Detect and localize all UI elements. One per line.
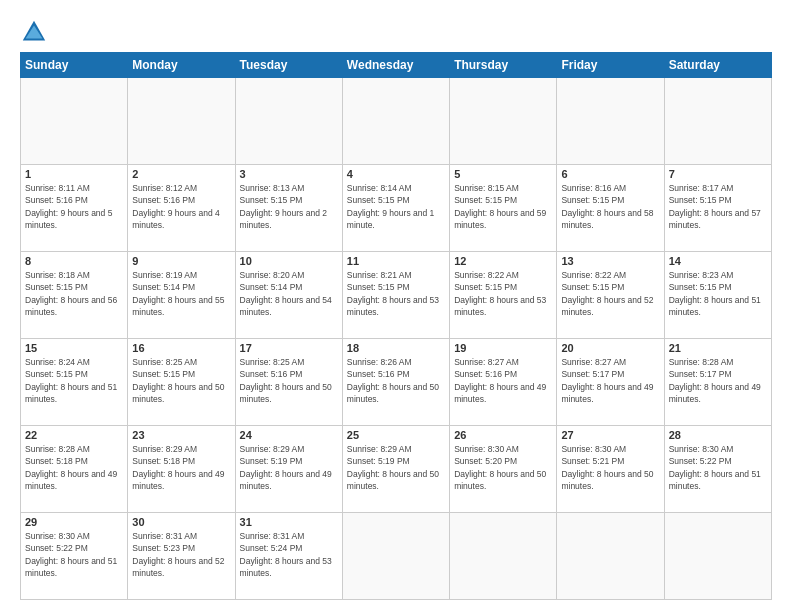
- week-row-4: 22Sunrise: 8:28 AMSunset: 5:18 PMDayligh…: [21, 426, 772, 513]
- calendar-cell: 13Sunrise: 8:22 AMSunset: 5:15 PMDayligh…: [557, 252, 664, 339]
- calendar-cell: 7Sunrise: 8:17 AMSunset: 5:15 PMDaylight…: [664, 165, 771, 252]
- calendar-cell: [342, 78, 449, 165]
- day-number: 13: [561, 255, 659, 267]
- day-info: Sunrise: 8:29 AMSunset: 5:18 PMDaylight:…: [132, 443, 230, 492]
- calendar-cell: 22Sunrise: 8:28 AMSunset: 5:18 PMDayligh…: [21, 426, 128, 513]
- day-info: Sunrise: 8:24 AMSunset: 5:15 PMDaylight:…: [25, 356, 123, 405]
- day-number: 11: [347, 255, 445, 267]
- day-info: Sunrise: 8:25 AMSunset: 5:15 PMDaylight:…: [132, 356, 230, 405]
- day-number: 22: [25, 429, 123, 441]
- day-number: 4: [347, 168, 445, 180]
- day-info: Sunrise: 8:31 AMSunset: 5:24 PMDaylight:…: [240, 530, 338, 579]
- calendar-cell: 2Sunrise: 8:12 AMSunset: 5:16 PMDaylight…: [128, 165, 235, 252]
- calendar-cell: [664, 78, 771, 165]
- day-number: 26: [454, 429, 552, 441]
- calendar-table: SundayMondayTuesdayWednesdayThursdayFrid…: [20, 52, 772, 600]
- calendar-cell: [342, 513, 449, 600]
- day-info: Sunrise: 8:15 AMSunset: 5:15 PMDaylight:…: [454, 182, 552, 231]
- day-info: Sunrise: 8:30 AMSunset: 5:22 PMDaylight:…: [25, 530, 123, 579]
- calendar-cell: 18Sunrise: 8:26 AMSunset: 5:16 PMDayligh…: [342, 339, 449, 426]
- weekday-friday: Friday: [557, 53, 664, 78]
- calendar-cell: [557, 78, 664, 165]
- day-number: 17: [240, 342, 338, 354]
- logo-icon: [20, 18, 48, 46]
- day-info: Sunrise: 8:28 AMSunset: 5:17 PMDaylight:…: [669, 356, 767, 405]
- day-info: Sunrise: 8:14 AMSunset: 5:15 PMDaylight:…: [347, 182, 445, 231]
- week-row-1: 1Sunrise: 8:11 AMSunset: 5:16 PMDaylight…: [21, 165, 772, 252]
- day-number: 10: [240, 255, 338, 267]
- weekday-thursday: Thursday: [450, 53, 557, 78]
- weekday-monday: Monday: [128, 53, 235, 78]
- calendar-cell: 21Sunrise: 8:28 AMSunset: 5:17 PMDayligh…: [664, 339, 771, 426]
- weekday-sunday: Sunday: [21, 53, 128, 78]
- day-info: Sunrise: 8:26 AMSunset: 5:16 PMDaylight:…: [347, 356, 445, 405]
- day-info: Sunrise: 8:27 AMSunset: 5:17 PMDaylight:…: [561, 356, 659, 405]
- week-row-5: 29Sunrise: 8:30 AMSunset: 5:22 PMDayligh…: [21, 513, 772, 600]
- calendar-cell: 11Sunrise: 8:21 AMSunset: 5:15 PMDayligh…: [342, 252, 449, 339]
- day-number: 6: [561, 168, 659, 180]
- calendar-cell: 27Sunrise: 8:30 AMSunset: 5:21 PMDayligh…: [557, 426, 664, 513]
- calendar-cell: 8Sunrise: 8:18 AMSunset: 5:15 PMDaylight…: [21, 252, 128, 339]
- weekday-header-row: SundayMondayTuesdayWednesdayThursdayFrid…: [21, 53, 772, 78]
- day-number: 28: [669, 429, 767, 441]
- day-info: Sunrise: 8:30 AMSunset: 5:22 PMDaylight:…: [669, 443, 767, 492]
- day-info: Sunrise: 8:22 AMSunset: 5:15 PMDaylight:…: [561, 269, 659, 318]
- weekday-wednesday: Wednesday: [342, 53, 449, 78]
- calendar-cell: 5Sunrise: 8:15 AMSunset: 5:15 PMDaylight…: [450, 165, 557, 252]
- day-info: Sunrise: 8:30 AMSunset: 5:20 PMDaylight:…: [454, 443, 552, 492]
- day-number: 20: [561, 342, 659, 354]
- day-number: 2: [132, 168, 230, 180]
- day-info: Sunrise: 8:22 AMSunset: 5:15 PMDaylight:…: [454, 269, 552, 318]
- day-info: Sunrise: 8:19 AMSunset: 5:14 PMDaylight:…: [132, 269, 230, 318]
- header: [20, 18, 772, 46]
- weekday-tuesday: Tuesday: [235, 53, 342, 78]
- day-info: Sunrise: 8:13 AMSunset: 5:15 PMDaylight:…: [240, 182, 338, 231]
- calendar-cell: 24Sunrise: 8:29 AMSunset: 5:19 PMDayligh…: [235, 426, 342, 513]
- calendar-cell: 17Sunrise: 8:25 AMSunset: 5:16 PMDayligh…: [235, 339, 342, 426]
- day-info: Sunrise: 8:29 AMSunset: 5:19 PMDaylight:…: [347, 443, 445, 492]
- day-number: 18: [347, 342, 445, 354]
- day-info: Sunrise: 8:31 AMSunset: 5:23 PMDaylight:…: [132, 530, 230, 579]
- day-info: Sunrise: 8:28 AMSunset: 5:18 PMDaylight:…: [25, 443, 123, 492]
- day-info: Sunrise: 8:12 AMSunset: 5:16 PMDaylight:…: [132, 182, 230, 231]
- day-info: Sunrise: 8:11 AMSunset: 5:16 PMDaylight:…: [25, 182, 123, 231]
- calendar-cell: 9Sunrise: 8:19 AMSunset: 5:14 PMDaylight…: [128, 252, 235, 339]
- day-number: 27: [561, 429, 659, 441]
- calendar-cell: [557, 513, 664, 600]
- day-info: Sunrise: 8:21 AMSunset: 5:15 PMDaylight:…: [347, 269, 445, 318]
- day-number: 29: [25, 516, 123, 528]
- calendar-cell: 3Sunrise: 8:13 AMSunset: 5:15 PMDaylight…: [235, 165, 342, 252]
- day-info: Sunrise: 8:16 AMSunset: 5:15 PMDaylight:…: [561, 182, 659, 231]
- calendar-cell: 26Sunrise: 8:30 AMSunset: 5:20 PMDayligh…: [450, 426, 557, 513]
- day-number: 15: [25, 342, 123, 354]
- calendar-cell: [450, 78, 557, 165]
- calendar-cell: 25Sunrise: 8:29 AMSunset: 5:19 PMDayligh…: [342, 426, 449, 513]
- week-row-2: 8Sunrise: 8:18 AMSunset: 5:15 PMDaylight…: [21, 252, 772, 339]
- calendar-cell: [450, 513, 557, 600]
- calendar-cell: 1Sunrise: 8:11 AMSunset: 5:16 PMDaylight…: [21, 165, 128, 252]
- calendar-cell: 28Sunrise: 8:30 AMSunset: 5:22 PMDayligh…: [664, 426, 771, 513]
- day-number: 21: [669, 342, 767, 354]
- day-number: 7: [669, 168, 767, 180]
- page: SundayMondayTuesdayWednesdayThursdayFrid…: [0, 0, 792, 612]
- calendar-cell: [21, 78, 128, 165]
- calendar-cell: 23Sunrise: 8:29 AMSunset: 5:18 PMDayligh…: [128, 426, 235, 513]
- day-number: 3: [240, 168, 338, 180]
- day-info: Sunrise: 8:20 AMSunset: 5:14 PMDaylight:…: [240, 269, 338, 318]
- day-info: Sunrise: 8:30 AMSunset: 5:21 PMDaylight:…: [561, 443, 659, 492]
- calendar-cell: 31Sunrise: 8:31 AMSunset: 5:24 PMDayligh…: [235, 513, 342, 600]
- day-number: 30: [132, 516, 230, 528]
- day-number: 9: [132, 255, 230, 267]
- calendar-cell: 12Sunrise: 8:22 AMSunset: 5:15 PMDayligh…: [450, 252, 557, 339]
- day-info: Sunrise: 8:27 AMSunset: 5:16 PMDaylight:…: [454, 356, 552, 405]
- calendar-cell: 16Sunrise: 8:25 AMSunset: 5:15 PMDayligh…: [128, 339, 235, 426]
- day-number: 19: [454, 342, 552, 354]
- day-number: 14: [669, 255, 767, 267]
- calendar-cell: [664, 513, 771, 600]
- calendar-cell: 30Sunrise: 8:31 AMSunset: 5:23 PMDayligh…: [128, 513, 235, 600]
- calendar-cell: [128, 78, 235, 165]
- week-row-0: [21, 78, 772, 165]
- calendar-cell: 15Sunrise: 8:24 AMSunset: 5:15 PMDayligh…: [21, 339, 128, 426]
- day-number: 23: [132, 429, 230, 441]
- day-number: 16: [132, 342, 230, 354]
